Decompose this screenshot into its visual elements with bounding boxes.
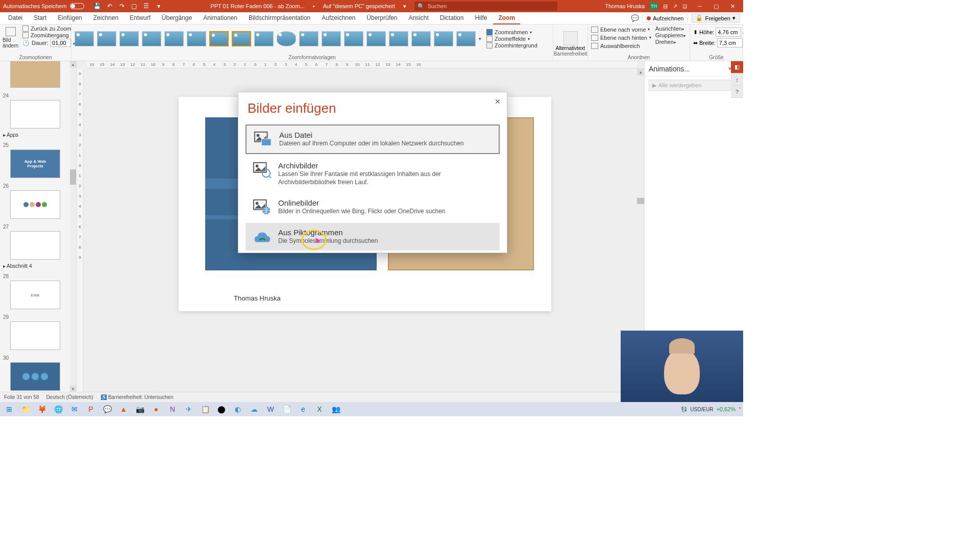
option-stock-images[interactable]: Archivbilder Lassen Sie Ihrer Fantasie m…: [246, 156, 500, 191]
scroll-up-icon[interactable]: ▴: [70, 61, 76, 67]
save-status[interactable]: Auf "diesem PC" gespeichert: [323, 3, 395, 9]
auswahlbereich-button[interactable]: Auswahlbereich: [591, 42, 651, 49]
gallery-more-icon[interactable]: ▾: [479, 36, 481, 41]
option-from-icons[interactable]: Aus Piktogrammen Die Symbolesammlung dur…: [246, 223, 500, 251]
style-thumb[interactable]: [277, 31, 296, 46]
explorer-icon[interactable]: 📁: [18, 403, 33, 415]
start-button[interactable]: ⊞: [2, 403, 16, 415]
toggle-switch[interactable]: [70, 3, 84, 9]
save-icon[interactable]: 💾: [93, 2, 102, 10]
tab-aufzeichnen[interactable]: Aufzeichnen: [316, 12, 360, 24]
ebene-hinten-button[interactable]: Ebene nach hinten▾: [591, 34, 651, 41]
app-icon[interactable]: 📋: [198, 403, 212, 415]
tab-zeichnen[interactable]: Zeichnen: [88, 12, 124, 24]
drehen-button[interactable]: Drehen▾: [655, 39, 685, 45]
app-icon[interactable]: 💬: [100, 403, 114, 415]
close-button[interactable]: ✕: [725, 2, 740, 11]
minimize-button[interactable]: ─: [692, 2, 707, 11]
slide-thumb[interactable]: App & WebProjects: [10, 149, 60, 178]
option-from-file[interactable]: Aus Datei Dateien auf Ihrem Computer ode…: [246, 124, 500, 154]
style-thumb[interactable]: [119, 31, 139, 46]
ausrichten-button[interactable]: Ausrichten▾: [655, 26, 685, 32]
app-icon[interactable]: ◐: [231, 403, 245, 415]
scroll-down-icon[interactable]: ▾: [70, 386, 76, 392]
style-thumb[interactable]: [456, 31, 476, 46]
tab-start[interactable]: Start: [29, 12, 52, 24]
tray-icon[interactable]: ↗: [673, 3, 677, 10]
touch-icon[interactable]: ☰: [142, 2, 151, 10]
hoehe-input[interactable]: [716, 28, 741, 37]
slide-thumb[interactable]: Ende: [10, 281, 60, 309]
tab-dictation[interactable]: Dictation: [435, 12, 469, 24]
slide-thumb[interactable]: [10, 321, 60, 350]
tab-uebergaenge[interactable]: Übergänge: [157, 12, 197, 24]
tab-ueberpruefen[interactable]: Überprüfen: [361, 12, 402, 24]
style-thumb[interactable]: [164, 31, 184, 46]
bild-aendern-button[interactable]: Bild ändern: [3, 26, 20, 50]
slide-counter[interactable]: Folie 31 von 58: [4, 394, 39, 400]
option-online-images[interactable]: Onlinebilder Bilder in Onlinequellen wie…: [246, 193, 500, 221]
accessibility-check[interactable]: ♿Barrierefreiheit: Untersuchen: [101, 394, 174, 400]
style-thumb[interactable]: [254, 31, 274, 46]
tray-icon[interactable]: ⊟: [663, 3, 668, 10]
scroll-handle[interactable]: [70, 169, 76, 185]
record-button[interactable]: Aufzeichnen: [642, 14, 689, 23]
ebene-vorne-button[interactable]: Ebene nach vorne▾: [591, 26, 651, 33]
style-thumb[interactable]: [389, 31, 408, 46]
help-icon[interactable]: ?: [731, 86, 743, 98]
tab-entwurf[interactable]: Entwurf: [125, 12, 156, 24]
powerpoint-icon[interactable]: P: [84, 403, 98, 415]
auto-save-toggle[interactable]: Automatisches Speichern: [3, 3, 84, 9]
tray-icon[interactable]: ⊡: [682, 3, 687, 10]
style-thumb[interactable]: [209, 31, 229, 46]
app-icon[interactable]: ●: [149, 403, 163, 415]
tab-bildschirm[interactable]: Bildschirmpräsentation: [243, 12, 315, 24]
style-thumb[interactable]: [75, 31, 94, 46]
style-thumb[interactable]: [344, 31, 363, 46]
tab-datei[interactable]: Datei: [3, 12, 28, 24]
dauer-input[interactable]: [51, 39, 71, 47]
excel-icon[interactable]: X: [312, 403, 327, 415]
style-thumb[interactable]: [187, 31, 206, 46]
tool-button[interactable]: ◧: [731, 61, 743, 73]
style-thumb[interactable]: [366, 31, 386, 46]
filename[interactable]: PPT 01 Roter Faden 006 - ab Zoom...: [210, 3, 304, 9]
dialog-close-button[interactable]: ✕: [492, 95, 504, 108]
style-thumb[interactable]: [299, 31, 318, 46]
slideshow-icon[interactable]: ▢: [130, 2, 138, 10]
tool-button[interactable]: ↕: [731, 73, 743, 86]
app-icon[interactable]: ☁: [247, 403, 261, 415]
section-header[interactable]: ▸Abschnitt 4: [0, 262, 70, 270]
user-avatar[interactable]: TH: [650, 2, 658, 10]
comments-icon[interactable]: 💬: [631, 14, 639, 22]
telegram-icon[interactable]: ✈: [182, 403, 196, 415]
onenote-icon[interactable]: N: [165, 403, 180, 415]
zoomeffekte-button[interactable]: Zoomeffekte▾: [486, 36, 537, 42]
spinner-icon[interactable]: ▴▾: [743, 30, 743, 35]
language-indicator[interactable]: Deutsch (Österreich): [46, 394, 93, 400]
zurueck-zoom-check[interactable]: Zurück zu Zoom: [22, 26, 77, 32]
undo-icon[interactable]: ↶: [106, 2, 114, 10]
zoomrahmen-button[interactable]: Zoomrahmen▾: [486, 29, 537, 35]
obs-icon[interactable]: ⬤: [214, 403, 229, 415]
system-tray[interactable]: 💱 USD/EUR +0,62% ˄: [681, 406, 741, 412]
slide-thumb[interactable]: [10, 61, 60, 88]
redo-icon[interactable]: ↷: [118, 2, 126, 10]
breite-input[interactable]: [717, 38, 743, 47]
slide-thumb[interactable]: [10, 362, 60, 391]
slide-thumb[interactable]: [10, 190, 60, 219]
style-thumb[interactable]: [232, 31, 251, 46]
gruppieren-button[interactable]: Gruppieren▾: [655, 32, 685, 38]
alt-text-button[interactable]: [564, 31, 578, 45]
app-icon[interactable]: 📷: [133, 403, 147, 415]
user-name[interactable]: Thomas Hruska: [605, 3, 645, 9]
section-header[interactable]: ▸Apps: [0, 131, 70, 139]
word-icon[interactable]: W: [263, 403, 278, 415]
firefox-icon[interactable]: 🦊: [35, 403, 49, 415]
style-thumb[interactable]: [434, 31, 453, 46]
qat-more-icon[interactable]: ▾: [155, 2, 163, 10]
zoomuebergang-check[interactable]: Zoomübergang: [22, 32, 77, 38]
thumbs-scrollbar[interactable]: ▴ ▾: [70, 61, 76, 392]
slide-thumb[interactable]: [10, 231, 60, 260]
app-icon[interactable]: 📄: [280, 403, 294, 415]
